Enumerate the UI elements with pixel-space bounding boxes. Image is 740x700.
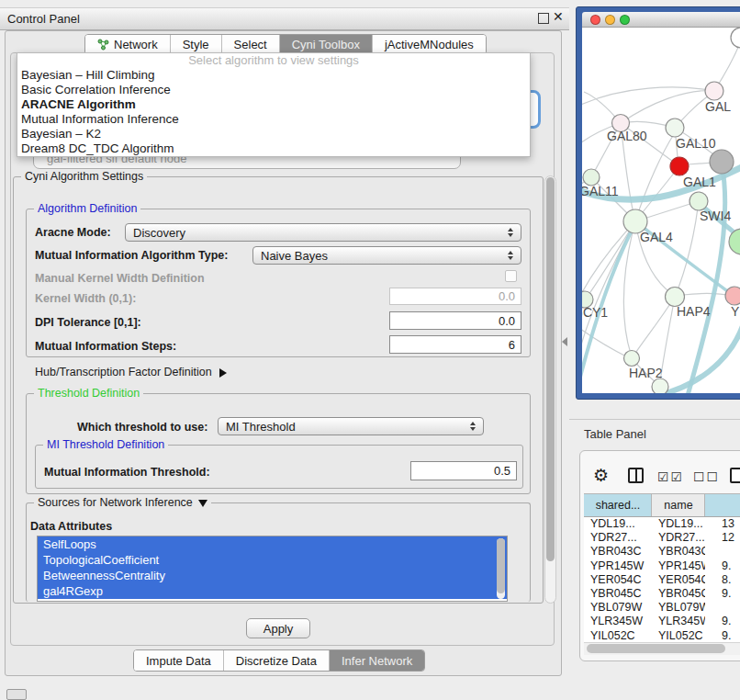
dpi-tolerance-field[interactable]: 0.0 [389,311,521,330]
table-row[interactable]: YBR045CYBR045C9. [584,587,740,601]
cyni-settings-title: Cyni Algorithm Settings [21,170,147,183]
mi-type-combo[interactable]: Naive Bayes [252,246,521,265]
tab-infer-network[interactable]: Infer Network [329,650,424,671]
table-panel-title: Table Panel [584,427,646,441]
mi-threshold-label: Mutual Information Threshold: [44,466,210,479]
table-hscrollbar-thumb[interactable] [587,644,725,653]
tab-discretize-data[interactable]: Discretize Data [223,650,329,671]
network-node-gal[interactable] [705,82,723,100]
list-item-topologicalcoefficient[interactable]: TopologicalCoefficient [38,552,507,568]
algorithm-dropdown-list: Select algorithm to view settings Bayesi… [17,52,531,157]
dpi-tolerance-label: DPI Tolerance [0,1]: [35,316,141,329]
table-row[interactable]: YPR145WYPR145W9. [584,559,740,573]
apply-button[interactable]: Apply [246,618,310,638]
mi-threshold-field[interactable]: 0.5 [410,461,517,480]
control-panel-title: Control Panel [7,12,80,26]
network-edge[interactable] [634,297,675,355]
select-all-checkboxes-icon[interactable]: ☑☑ [657,469,684,484]
network-node[interactable] [652,378,668,393]
list-item-selfloops[interactable]: SelfLoops [38,536,507,552]
list-scrollbar[interactable] [497,538,505,599]
bottom-tabs: Impute DataDiscretize DataInfer Network [133,649,425,672]
network-node-gal10[interactable] [666,119,684,137]
manual-kernel-checkbox[interactable] [505,270,517,282]
list-item-gal4rgexp[interactable]: gal4RGexp [38,583,507,599]
node-label: GAL1 [683,175,716,189]
expand-arrow-icon[interactable] [219,368,227,378]
dropdown-item-bayesian-hill-climbing[interactable]: Bayesian – Hill Climbing [17,68,530,83]
minimize-traffic-light-icon[interactable] [605,15,615,25]
tab-network[interactable]: Network [85,35,170,54]
network-node-y[interactable] [725,287,740,305]
network-node[interactable] [731,28,740,48]
minimized-panel-icon[interactable] [6,689,27,700]
network-edge[interactable] [621,91,714,123]
table-row[interactable]: YIL052CYIL052C9. [584,629,740,643]
close-icon[interactable]: ✕ [553,9,564,24]
dropdown-prompt: Select algorithm to view settings [17,53,530,68]
network-edge[interactable] [635,134,674,221]
panel-splitter-arrow-icon[interactable] [562,337,567,346]
network-edge[interactable] [675,208,698,297]
node-label: SWI4 [700,209,731,223]
tab-style[interactable]: Style [170,35,221,54]
tab-cyni-toolbox[interactable]: Cyni Toolbox [279,35,372,54]
network-canvas[interactable]: GALGAL80GAL10GAL1GAL11SWI4GAL4GCY1HAP4YH… [582,28,740,393]
columns-icon[interactable] [628,468,644,483]
list-scrollbar-thumb[interactable] [497,538,505,593]
deselect-all-checkboxes-icon[interactable]: ☐☐ [693,469,720,484]
network-node[interactable] [710,150,734,174]
node-label: GAL10 [676,136,716,151]
table-row[interactable]: YBR043CYBR043C [584,545,740,559]
network-node-hap2[interactable] [624,351,640,367]
data-attributes-list[interactable]: SelfLoopsTopologicalCoefficientBetweenne… [37,536,508,602]
network-edge[interactable] [582,87,714,108]
which-threshold-combo[interactable]: MI Threshold [218,417,484,435]
kernel-width-field[interactable]: 0.0 [389,288,521,305]
gear-icon[interactable]: ⚙ [593,465,609,486]
close-traffic-light-icon[interactable] [590,15,600,25]
node-label: Y [731,304,740,319]
control-panel-titlebar: Control Panel [0,7,569,30]
dropdown-item-mutual-information-inference[interactable]: Mutual Information Inference [17,112,530,127]
dropdown-item-basic-correlation-inference[interactable]: Basic Correlation Inference [17,83,530,97]
dropdown-item-aracne-algorithm[interactable]: ARACNE Algorithm [17,97,530,112]
mi-steps-field[interactable]: 6 [389,335,521,354]
node-label: GAL4 [640,230,673,244]
hub-definition-section[interactable]: Hub/Transcription Factor Definition [35,366,227,378]
list-item-betweennesscentrality[interactable]: BetweennessCentrality [38,568,507,583]
table-row[interactable]: YBL079WYBL079W [584,601,740,615]
tab-impute-data[interactable]: Impute Data [134,650,223,671]
dropdown-item-dream8-dc-tdc-algorithm[interactable]: Dream8 DC_TDC Algorithm [17,141,530,156]
threshold-definition-title: Threshold Definition [34,387,143,400]
table-row[interactable]: YLR345WYLR345W9. [584,615,740,628]
zoom-traffic-light-icon[interactable] [620,15,630,25]
node-label: HAP4 [677,304,711,319]
column-header[interactable] [705,494,740,516]
aracne-mode-combo[interactable]: Discovery [125,223,521,242]
aracne-mode-label: Aracne Mode: [35,226,111,239]
table-row[interactable]: YER054CYER054C8. [584,573,740,587]
table-row[interactable]: YDL19...YDL19...13 [584,517,740,531]
network-node-gal1[interactable] [670,157,689,175]
collapse-arrow-icon[interactable] [198,500,207,507]
column-header-shared-[interactable]: shared... [584,494,652,516]
node-label: GAL [705,99,731,114]
network-edge[interactable] [589,221,635,295]
settings-scrollbar-thumb[interactable] [546,177,555,561]
dropdown-item-bayesian-k2[interactable]: Bayesian – K2 [17,127,530,141]
tab-select[interactable]: Select [221,35,279,54]
kernel-width-label: Kernel Width (0,1): [35,292,136,305]
node-label: GAL11 [582,184,619,198]
network-edge[interactable] [683,294,732,296]
network-node-swi4[interactable] [690,192,708,210]
float-window-icon[interactable] [538,13,549,24]
table-row[interactable]: YDR27...YDR27...12 [584,531,740,545]
combo-stepper-icon [470,422,476,431]
sources-group-title[interactable]: Sources for Network Inference [34,496,211,509]
algorithm-definition-title: Algorithm Definition [34,202,140,215]
column-header-name[interactable]: name [652,494,705,516]
tab-jactivemnodules[interactable]: jActiveMNodules [372,35,486,54]
network-node[interactable] [729,229,740,254]
new-table-icon[interactable] [730,468,740,483]
